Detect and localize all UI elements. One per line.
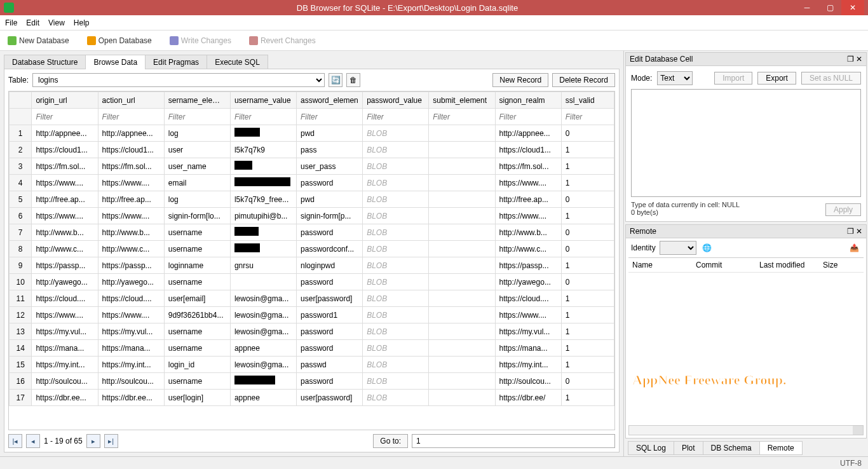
table-row[interactable]: 14https://mana...https://mana...username… (10, 340, 614, 357)
cell[interactable]: BLOB (363, 142, 429, 158)
cell[interactable]: https://cloud1... (98, 142, 164, 158)
table-row[interactable]: 15https://my.int...https://my.int...logi… (10, 357, 614, 373)
col-header[interactable]: assword_elemen (297, 92, 363, 109)
cell[interactable] (429, 158, 495, 175)
identity-refresh-icon[interactable]: 🌐 (700, 241, 714, 255)
tab-pragmas[interactable]: Edit Pragmas (145, 55, 207, 69)
cell[interactable]: user[login] (164, 390, 230, 406)
cell[interactable]: https://fm.sol... (98, 158, 164, 175)
cell[interactable]: https://dbr.ee/ (495, 390, 561, 406)
filter-input[interactable] (32, 110, 97, 124)
cell[interactable]: https://www.... (495, 175, 561, 191)
cell[interactable]: https://my.vul... (495, 323, 561, 340)
cell[interactable]: BLOB (363, 191, 429, 208)
next-page-button[interactable]: ▸ (86, 434, 100, 448)
mode-select[interactable]: Text (657, 71, 693, 85)
cell[interactable]: 1 (561, 340, 614, 357)
table-row[interactable]: 5http://free.ap...http://free.ap...logl5… (10, 191, 614, 208)
identity-select[interactable] (660, 241, 696, 255)
cell[interactable]: pwd (297, 191, 363, 208)
cell[interactable]: signin-form[p... (297, 208, 363, 224)
cell[interactable]: https://cloud.... (32, 290, 98, 307)
cell[interactable]: BLOB (363, 390, 429, 406)
cell[interactable]: http://free.ap... (495, 191, 561, 208)
cell[interactable]: 1 (561, 158, 614, 175)
cell[interactable]: http://www.b... (32, 224, 98, 241)
col-header[interactable]: username_value (230, 92, 296, 109)
cell[interactable]: username (164, 274, 230, 290)
cell[interactable]: 9d9f36261bb4... (164, 307, 230, 323)
cell[interactable]: BLOB (363, 224, 429, 241)
cell[interactable]: http://www.c... (98, 241, 164, 257)
cell-editor[interactable] (631, 89, 861, 197)
cell[interactable]: loginname (164, 257, 230, 274)
cell[interactable]: signin-form[lo... (164, 208, 230, 224)
cell[interactable] (429, 290, 495, 307)
new-database-button[interactable]: New Database (5, 35, 72, 46)
cell[interactable]: BLOB (363, 257, 429, 274)
cell[interactable]: username (164, 323, 230, 340)
cell[interactable]: http://www.c... (495, 241, 561, 257)
apply-button[interactable]: Apply (825, 203, 861, 216)
menu-edit[interactable]: Edit (26, 18, 39, 27)
filter-input[interactable] (98, 110, 164, 124)
cell[interactable]: https://dbr.ee... (98, 390, 164, 406)
cell[interactable]: log (164, 125, 230, 142)
cell[interactable]: https://my.int... (98, 357, 164, 373)
filter-input[interactable] (496, 110, 561, 124)
cell[interactable]: user_pass (297, 158, 363, 175)
cell[interactable]: https://cloud.... (98, 290, 164, 307)
cell[interactable] (429, 191, 495, 208)
goto-input[interactable] (412, 434, 615, 448)
cell[interactable] (429, 257, 495, 274)
cell[interactable] (429, 307, 495, 323)
table-row[interactable]: 12https://www....https://www....9d9f3626… (10, 307, 614, 323)
cell[interactable]: http://soulcou... (32, 373, 98, 390)
cell[interactable]: BLOB (363, 175, 429, 191)
goto-button[interactable]: Go to: (373, 434, 408, 448)
write-changes-button[interactable]: Write Changes (167, 35, 234, 46)
cell[interactable]: passwd (297, 357, 363, 373)
cell[interactable]: BLOB (363, 274, 429, 290)
cell[interactable] (429, 323, 495, 340)
cell[interactable]: lewosin@gma... (230, 357, 296, 373)
cell[interactable]: password (297, 274, 363, 290)
cell[interactable]: http://yawego... (32, 274, 98, 290)
undock-remote-icon[interactable]: ❐ (847, 227, 854, 236)
cell[interactable]: appnee (230, 340, 296, 357)
menu-help[interactable]: Help (74, 18, 90, 27)
cell[interactable] (429, 125, 495, 142)
filter-input[interactable] (231, 110, 296, 124)
cell[interactable] (429, 390, 495, 406)
revert-changes-button[interactable]: Revert Changes (247, 35, 318, 46)
cell[interactable]: https://mana... (32, 340, 98, 357)
cell[interactable]: BLOB (363, 373, 429, 390)
table-row[interactable]: 6https://www....https://www....signin-fo… (10, 208, 614, 224)
cell[interactable]: 0 (561, 241, 614, 257)
cell[interactable]: 1 (561, 175, 614, 191)
cell[interactable]: nloginpwd (297, 257, 363, 274)
cell[interactable]: https://cloud1... (32, 142, 98, 158)
cell[interactable]: user (164, 142, 230, 158)
cell[interactable] (230, 125, 296, 142)
cell[interactable]: username (164, 224, 230, 241)
cell[interactable]: gnrsu (230, 257, 296, 274)
menu-file[interactable]: File (5, 18, 17, 27)
cell[interactable] (429, 224, 495, 241)
cell[interactable]: BLOB (363, 125, 429, 142)
cell[interactable]: l5k7q7k9_free... (230, 191, 296, 208)
cell[interactable] (429, 274, 495, 290)
cell[interactable] (429, 357, 495, 373)
table-row[interactable]: 4https://www....https://www....emailpass… (10, 175, 614, 191)
cell[interactable]: lewosin@gma... (230, 290, 296, 307)
cell[interactable]: http://www.c... (32, 241, 98, 257)
cell[interactable]: https://my.vul... (98, 323, 164, 340)
delete-record-button[interactable]: Delete Record (552, 73, 615, 87)
table-select[interactable]: logins (32, 73, 325, 87)
filter-input[interactable] (363, 110, 428, 124)
cell[interactable]: https://fm.sol... (32, 158, 98, 175)
cell[interactable] (429, 340, 495, 357)
cell[interactable]: https://www.... (495, 208, 561, 224)
cell[interactable]: http://yawego... (495, 274, 561, 290)
cell[interactable]: 0 (561, 373, 614, 390)
